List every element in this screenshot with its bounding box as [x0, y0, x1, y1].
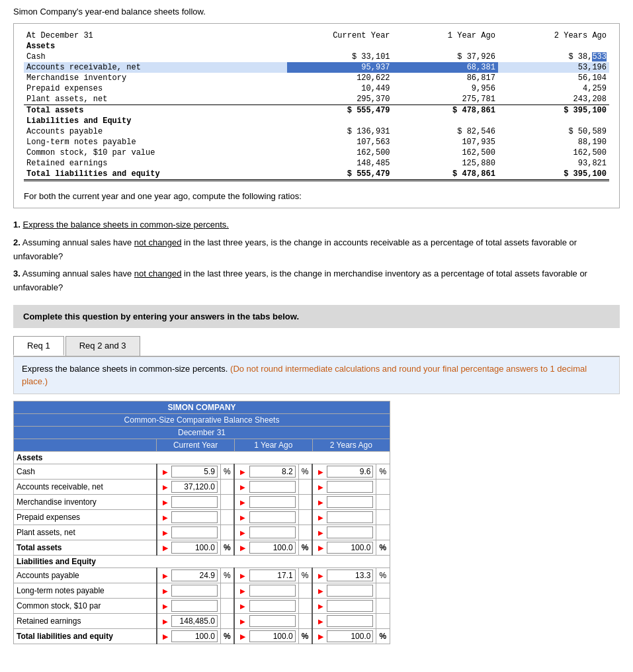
cs-cs-label: Common stock, $10 par	[14, 598, 157, 613]
cs-re-cy-input[interactable]	[171, 615, 218, 627]
cs-merch-2ya-input-cell[interactable]: ▶	[312, 494, 376, 509]
cs-total-assets-cy-cell[interactable]: ▶	[157, 540, 221, 555]
cs-total-assets-2ya-flag: ▶	[318, 544, 323, 552]
cs-cs-cy-pct	[220, 598, 234, 613]
row-merch-cy: 120,622	[287, 73, 392, 83]
cs-cash-cy-input-cell[interactable]: ▶	[157, 464, 221, 479]
cs-assets-label: Assets	[14, 451, 390, 464]
cs-merch-2ya-input[interactable]	[327, 496, 373, 508]
cs-plant-cy-input-cell[interactable]: ▶	[157, 525, 221, 540]
cs-merch-cy-input[interactable]	[171, 496, 218, 508]
cs-cs-1ya-flag: ▶	[240, 603, 245, 610]
cs-ap-2ya-input-cell[interactable]: ▶	[312, 567, 376, 583]
cs-prepaid-1ya-input[interactable]	[249, 511, 296, 523]
cs-prepaid-cy-input[interactable]	[171, 511, 218, 523]
cs-total-le-cy-input[interactable]	[171, 630, 218, 642]
cs-plant-2ya-input-cell[interactable]: ▶	[312, 525, 376, 540]
cs-total-le-2ya-cell[interactable]: ▶	[312, 628, 376, 644]
cs-plant-1ya-input[interactable]	[249, 526, 296, 538]
cs-cash-2ya-input[interactable]	[327, 466, 373, 478]
cs-ar-label: Accounts receivable, net	[14, 479, 157, 494]
cs-total-le-1ya-cell[interactable]: ▶	[234, 628, 298, 644]
cs-plant-cy-flag: ▶	[163, 529, 168, 536]
cs-prepaid-2ya-flag: ▶	[318, 514, 323, 521]
cs-cash-cy-input[interactable]	[171, 466, 218, 478]
cs-ap-1ya-input-cell[interactable]: ▶	[234, 567, 298, 583]
cs-ar-2ya-pct	[376, 479, 390, 494]
table-row: Accounts receivable, net 95,937 68,381 5…	[24, 62, 609, 73]
cs-prepaid-2ya-input[interactable]	[327, 511, 373, 523]
cs-re-cy-input-cell[interactable]: ▶	[157, 613, 221, 628]
row-cash-cy: $ 33,101	[287, 52, 392, 62]
cs-plant-1ya-input-cell[interactable]: ▶	[234, 525, 298, 540]
cs-ar-1ya-input[interactable]	[249, 481, 296, 493]
cs-cs-1ya-input-cell[interactable]: ▶	[234, 598, 298, 613]
cs-merch-1ya-input-cell[interactable]: ▶	[234, 494, 298, 509]
cs-ltnp-2ya-pct	[376, 583, 390, 598]
cs-ap-2ya-input[interactable]	[327, 569, 373, 581]
cs-plant-2ya-input[interactable]	[327, 526, 373, 538]
cs-total-assets-1ya-cell[interactable]: ▶	[234, 540, 298, 555]
cs-ltnp-cy-input-cell[interactable]: ▶	[157, 583, 221, 598]
q1-num: 1.	[13, 220, 21, 230]
cs-re-2ya-input-cell[interactable]: ▶	[312, 613, 376, 628]
cs-cash-1ya-input-cell[interactable]: ▶	[234, 464, 298, 479]
cs-ltnp-1ya-input[interactable]	[249, 585, 296, 597]
cs-ltnp-2ya-input-cell[interactable]: ▶	[312, 583, 376, 598]
cs-ap-cy-input-cell[interactable]: ▶	[157, 567, 221, 583]
cs-ap-cy-input[interactable]	[171, 569, 218, 581]
tab-req2and3[interactable]: Req 2 and 3	[65, 336, 140, 356]
cs-merch-cy-input-cell[interactable]: ▶	[157, 494, 221, 509]
cs-cs-2ya-input-cell[interactable]: ▶	[312, 598, 376, 613]
cs-ar-2ya-input-cell[interactable]: ▶	[312, 479, 376, 494]
cs-ltnp-1ya-input-cell[interactable]: ▶	[234, 583, 298, 598]
cs-ltnp-2ya-flag: ▶	[318, 587, 323, 595]
cs-cash-1ya-input[interactable]	[249, 466, 296, 478]
cs-ar-1ya-input-cell[interactable]: ▶	[234, 479, 298, 494]
complete-text: Complete this question by entering your …	[23, 312, 299, 321]
cs-prepaid-cy-input-cell[interactable]: ▶	[157, 509, 221, 525]
cs-total-le-2ya-input[interactable]	[327, 630, 373, 642]
cs-cs-2ya-input[interactable]	[327, 600, 373, 612]
row-cash-2ya: $ 38,533	[498, 52, 609, 62]
cs-cs-cy-input-cell[interactable]: ▶	[157, 598, 221, 613]
cs-cs-cy-input[interactable]	[171, 600, 218, 612]
cs-total-le-1ya-input[interactable]	[249, 630, 296, 642]
cs-total-assets-cy-input[interactable]	[171, 542, 218, 554]
cs-ar-2ya-input[interactable]	[327, 481, 373, 493]
cs-ap-1ya-input[interactable]	[249, 569, 296, 581]
q3-text: Assuming annual sales have not changed i…	[13, 269, 587, 292]
cs-re-2ya-flag: ▶	[318, 618, 323, 625]
cs-total-assets-1ya-input[interactable]	[249, 542, 296, 554]
cs-prepaid-1ya-input-cell[interactable]: ▶	[234, 509, 298, 525]
balance-sheet-container: At December 31 Current Year 1 Year Ago 2…	[13, 23, 620, 208]
cs-total-le-cy-cell[interactable]: ▶	[157, 628, 221, 644]
cs-re-2ya-input[interactable]	[327, 615, 373, 627]
cs-company-name: SIMON COMPANY	[14, 401, 390, 413]
cs-ltnp-2ya-input[interactable]	[327, 585, 373, 597]
cs-re-1ya-input[interactable]	[249, 615, 296, 627]
cs-cash-1ya-pct: %	[298, 464, 312, 479]
tab-req1[interactable]: Req 1	[13, 336, 64, 356]
common-size-table-wrapper: SIMON COMPANY Common-Size Comparative Ba…	[13, 401, 390, 644]
cs-cash-2ya-input-cell[interactable]: ▶	[312, 464, 376, 479]
cs-plant-cy-input[interactable]	[171, 526, 218, 538]
q2-num: 2.	[13, 237, 21, 247]
cs-ar-cy-input-cell[interactable]: ▶	[157, 479, 221, 494]
cs-le-label: Liabilities and Equity	[14, 555, 390, 567]
cs-prepaid-2ya-input-cell[interactable]: ▶	[312, 509, 376, 525]
total-assets-row: Total assets $ 555,479 $ 478,861 $ 395,1…	[24, 105, 609, 116]
cs-re-1ya-input-cell[interactable]: ▶	[234, 613, 298, 628]
cs-ltnp-cy-input[interactable]	[171, 585, 218, 597]
cs-total-assets-2ya-input[interactable]	[327, 542, 373, 554]
cs-merch-1ya-input[interactable]	[249, 496, 296, 508]
cs-ar-cy-input[interactable]	[171, 481, 218, 493]
total-le-2ya: $ 395,100	[498, 169, 609, 181]
row-plant-1ya: 275,781	[393, 94, 498, 105]
tabs-container[interactable]: Req 1 Req 2 and 3	[13, 336, 620, 357]
cs-cs-1ya-input[interactable]	[249, 600, 296, 612]
question-3: 3. Assuming annual sales have not change…	[13, 267, 620, 295]
cs-cs-cy-flag: ▶	[163, 603, 168, 610]
cs-total-assets-2ya-cell[interactable]: ▶	[312, 540, 376, 555]
cs-total-le-2ya-flag: ▶	[318, 633, 323, 640]
